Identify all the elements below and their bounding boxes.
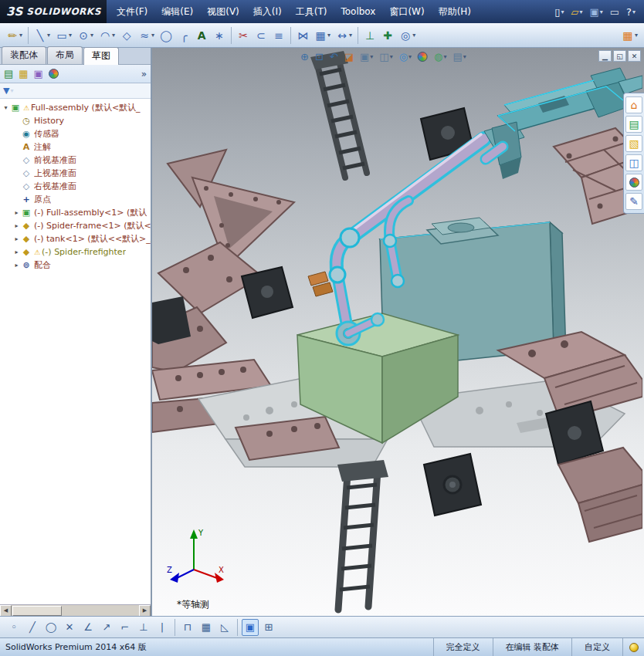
menu-item-2[interactable]: 视图(V) [200,0,246,23]
apply-scene-button[interactable]: ◍▾ [432,50,448,63]
panel-overflow-button[interactable]: » [141,69,147,79]
tree-item-full-assembly-1[interactable]: ▸▣(-) Full-assembly<1> (默认 [2,206,151,219]
expand-icon[interactable]: ▸ [12,235,21,242]
view-orientation-button[interactable]: ▣▾ [358,50,375,63]
line-tool-button[interactable]: ╲▾ [32,28,53,43]
tab-0[interactable]: 装配体 [2,46,46,64]
feature-manager-tab-button[interactable]: ▤ [4,68,13,79]
expand-icon[interactable]: ▸ [12,262,21,269]
scroll-left-button[interactable]: ◀ [0,605,12,617]
print-document-button[interactable]: ▭ [608,5,622,19]
quick-snaps-tool-button[interactable]: ◎▾ [397,28,418,43]
rectangle-tool-button[interactable]: ▭▾ [53,28,74,43]
menu-item-7[interactable]: 帮助(H) [432,0,478,23]
graphics-area[interactable]: ⊕⊡↶◪▣▾◫▾◎▾◍▾▤▾ ▁◱✕ ⌂▤▧◫✎ Y X Z *等轴测 [152,48,644,616]
filter-input[interactable] [16,86,147,96]
tab-1[interactable]: 布局 [47,46,83,64]
fillet-tool-button[interactable]: ╭ [175,28,192,43]
status-field-2[interactable]: 自定义 [571,638,622,656]
view-palette-button[interactable]: ◫ [625,154,642,171]
snap-grid-button[interactable]: ▦ [198,619,215,636]
tree-item-front-plane[interactable]: ◇前视基准面 [2,154,151,167]
solidworks-resources-button[interactable]: ⌂ [625,96,642,113]
large-assembly-mode-button[interactable]: ▣ [242,619,259,636]
tree-item-spider-frame-1[interactable]: ▸◆(-) Spider-frame<1> (默认< [2,219,151,232]
display-manager-tab-button[interactable] [49,69,59,79]
repair-sketch-tool-button[interactable]: ✚ [379,28,396,43]
filter-funnel-icon[interactable]: ▼▾ [3,86,13,96]
snap-vertical-button[interactable]: | [154,619,171,636]
snap-angle-button[interactable]: ∠ [80,619,97,636]
hide-show-items-button[interactable]: ◎▾ [398,50,413,63]
tree-item-history[interactable]: ◷History [2,114,151,127]
menu-item-6[interactable]: 窗口(W) [382,0,431,23]
edit-appearance-button[interactable] [416,51,429,63]
trim-entities-tool-button[interactable]: ✂ [235,28,252,43]
view-settings-button[interactable]: ▤▾ [451,50,467,63]
minimize-window-button[interactable]: ▁ [598,50,612,62]
display-style-button[interactable]: ◫▾ [378,50,394,63]
menu-item-0[interactable]: 文件(F) [110,0,154,23]
expand-icon[interactable]: ▾ [2,104,10,111]
snap-direction-button[interactable]: ↗ [98,619,115,636]
tree-item-top-plane[interactable]: ◇上视基准面 [2,167,151,180]
appearances-scenes-button[interactable] [625,174,642,191]
tree-item-origin[interactable]: +原点 [2,193,151,206]
filter-bar[interactable]: ▼▾ [0,83,151,99]
snap-slot-button[interactable]: ⊓ [179,619,196,636]
tree-item-right-plane[interactable]: ◇右视基准面 [2,180,151,193]
snap-perpendicular-button[interactable]: ⊥ [135,619,152,636]
text-tool-button[interactable]: A [193,28,210,43]
snap-line-button[interactable]: ╱ [24,619,41,636]
configuration-manager-tab-button[interactable]: ▣ [34,68,43,79]
zoom-to-area-button[interactable]: ⊡ [314,50,325,63]
spline-tool-button[interactable]: ≈▾ [136,28,157,43]
file-explorer-button[interactable]: ▧ [625,135,642,152]
sketch-tool-button[interactable]: ✏▾ [4,28,25,43]
arc-tool-button[interactable]: ◠▾ [97,28,117,43]
selection-filter-button[interactable]: ⊞ [260,619,277,636]
move-entities-tool-button[interactable]: ↔▾ [334,28,354,43]
custom-properties-button[interactable]: ✎ [625,193,642,210]
close-window-button[interactable]: ✕ [628,50,641,62]
save-document-button[interactable]: ▣▾ [587,5,605,19]
design-library-button[interactable]: ▤ [625,116,642,133]
tree-item-mates[interactable]: ▸⊚配合 [2,259,151,272]
new-document-button[interactable]: ▯▾ [552,5,566,19]
expand-icon[interactable]: ▸ [12,249,21,255]
snap-corner-button[interactable]: ⌐ [117,619,134,636]
ellipse-tool-button[interactable]: ◯ [158,28,175,43]
snap-intersection-button[interactable]: ✕ [61,619,78,636]
tree-item-sensors[interactable]: ◉传感器 [2,127,151,140]
menu-item-3[interactable]: 插入(I) [246,0,289,23]
polygon-tool-button[interactable]: ◇ [118,28,135,43]
offset-entities-tool-button[interactable]: ≡ [270,28,287,43]
tree-item-tank-1[interactable]: ▸◆(-) tank<1> (默认<<默认>_显 [2,232,151,245]
menu-item-1[interactable]: 编辑(E) [154,0,200,23]
tree-item-spider-firefighter-1[interactable]: ▸◆⚠(-) Spider-firefighter [2,245,151,259]
open-document-button[interactable]: ▱▾ [568,5,585,19]
expand-icon[interactable]: ▸ [12,209,21,216]
snap-circle-button[interactable]: ◯ [42,619,59,636]
snap-point-button[interactable]: ◦ [5,619,22,636]
menu-item-5[interactable]: Toolbox [334,0,382,23]
zoom-to-fit-button[interactable]: ⊕ [299,50,310,63]
linear-pattern-tool-button[interactable]: ▦▾ [312,28,333,43]
tree-item-full-assembly-root[interactable]: ▾▣⚠Full-assembly (默认<默认_ [2,101,151,114]
display-relations-tool-button[interactable]: ⊥ [361,28,378,43]
tree-item-annotations[interactable]: A注解 [2,140,151,154]
snap-bisector-button[interactable]: ◺ [216,619,233,636]
expand-icon[interactable]: ▸ [12,222,21,229]
previous-view-button[interactable]: ↶ [328,50,340,63]
point-tool-button[interactable]: ∗ [211,28,228,43]
property-manager-tab-button[interactable]: ▦ [19,68,28,79]
toolbox-settings-button[interactable]: ▦▾ [619,28,640,43]
help-button[interactable]: ?▾ [624,5,638,19]
scrollbar-thumb[interactable] [12,606,62,616]
restore-window-button[interactable]: ◱ [613,50,626,62]
quick-tips-button[interactable] [622,638,644,656]
tab-2[interactable]: 草图 [83,47,119,65]
mirror-entities-tool-button[interactable]: ⋈ [294,28,311,43]
menu-item-4[interactable]: 工具(T) [289,0,334,23]
convert-entities-tool-button[interactable]: ⊂ [253,28,269,43]
